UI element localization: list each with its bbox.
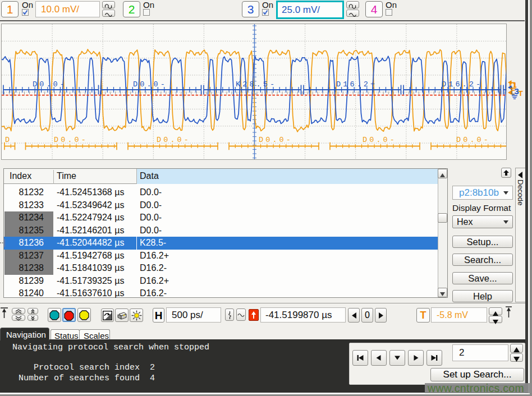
svg-text:D0.0-: D0.0- bbox=[157, 136, 191, 144]
svg-text:D0.0-: D0.0- bbox=[33, 80, 67, 89]
svg-text:D: D bbox=[5, 136, 12, 144]
svg-text:D0.0-: D0.0- bbox=[456, 136, 490, 144]
svg-text:D0.0-: D0.0- bbox=[133, 80, 167, 89]
svg-text:T: T bbox=[519, 89, 524, 98]
svg-text:D0.0-: D0.0- bbox=[54, 136, 88, 144]
svg-text:D16.2+: D16.2+ bbox=[336, 80, 377, 89]
svg-text:K28.5-: K28.5- bbox=[236, 80, 277, 89]
svg-text:D0.0-: D0.0- bbox=[363, 136, 397, 144]
svg-text:D16.2-: D16.2- bbox=[442, 80, 483, 89]
svg-text:D0.0-: D0.0- bbox=[259, 136, 293, 144]
